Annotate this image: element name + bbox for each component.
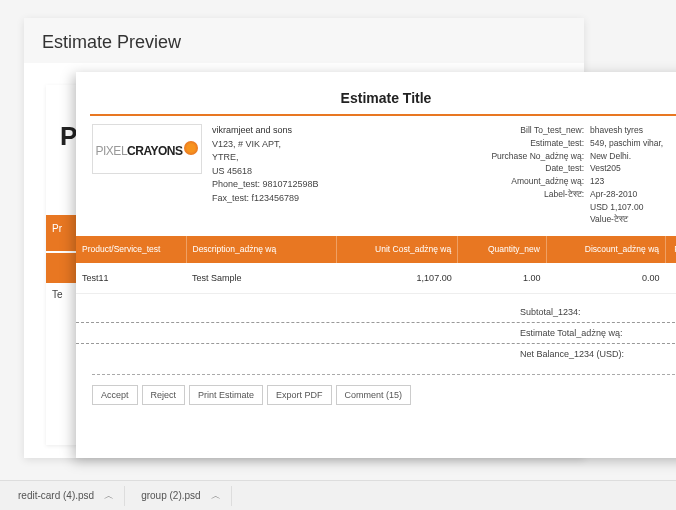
col-header: Quantity_new [458,236,547,263]
meta-value: Vest205 [590,162,676,175]
accept-button[interactable]: Accept [92,385,138,405]
reject-button[interactable]: Reject [142,385,186,405]
meta-label: Bill To_test_new: [372,124,584,137]
chevron-up-icon: ︿ [211,489,221,503]
back-snippet: Pr [52,223,62,234]
download-item[interactable]: redit-card (4).psd ︿ [8,486,125,506]
meta-value: 123 [590,175,676,188]
cell-qty: 1.00 [458,263,547,294]
logo-text-pixel: PIXEL [96,144,128,158]
meta-value: Apr-28-2010 [590,188,676,201]
meta-value: 549, paschim vihar, [590,137,676,150]
table-row: Test11 Test Sample 1,107.00 1.00 0.00 [76,263,676,294]
back-snippet: Te [52,289,63,300]
download-filename: redit-card (4).psd [18,490,94,501]
download-item[interactable]: group (2).psd ︿ [131,486,231,506]
total-label: Net Balance_1234 (USD): [520,349,676,359]
print-button[interactable]: Print Estimate [189,385,263,405]
logo-swirl-icon [184,141,198,155]
total-label: Estimate Total_adżnę wą: [520,328,676,338]
back-logo-initial: P [60,121,77,151]
cell-product: Test11 [76,263,186,294]
back-window-title: Estimate Preview [24,18,584,63]
table-header-row: Product/Service_test Description_adżnę w… [76,236,676,263]
cell-desc: Test Sample [186,263,336,294]
total-label: Subtotal_1234: [520,307,676,317]
cell-price [666,263,677,294]
chevron-up-icon: ︿ [104,489,114,503]
download-filename: group (2).psd [141,490,200,501]
meta-label: Label-टेस्ट: [372,188,584,201]
meta-value: Value-टेस्ट [590,213,676,226]
meta-value: bhavesh tyres [590,124,676,137]
logo-text-crayons: CRAYONS [127,144,182,158]
estimate-document: Estimate Title PIXELCRAYONS vikramjeet a… [76,72,676,458]
cell-disc: 0.00 [546,263,665,294]
col-header: Description_adżnę wą [186,236,336,263]
meta-value: USD 1,107.00 [590,201,676,214]
totals-block: Subtotal_1234: Estimate Total_adżnę wą: … [76,302,676,364]
line-items-table: Product/Service_test Description_adżnę w… [76,236,676,294]
action-bar: Accept Reject Print Estimate Export PDF … [76,375,676,415]
cell-unit: 1,107.00 [336,263,458,294]
meta-label: Amount_adżnę wą: [372,175,584,188]
meta-label: Purchase No_adżnę wą: [372,150,584,163]
meta-label: Date_test: [372,162,584,175]
col-header: Product/Service_test [76,236,186,263]
company-logo: PIXELCRAYONS [92,124,202,174]
estimate-meta: Bill To_test_new: Estimate_test: Purchas… [372,124,676,226]
comment-button[interactable]: Comment (15) [336,385,412,405]
downloads-bar: redit-card (4).psd ︿ group (2).psd ︿ [0,480,676,510]
from-line: US 45618 [212,165,372,179]
col-header: Unit Cost_adżnę wą [336,236,458,263]
col-header: Discount_adżnę wą [546,236,665,263]
from-line: vikramjeet and sons [212,124,372,138]
col-header: Pric [666,236,677,263]
from-address: vikramjeet and sons V123, # VIK APT, YTR… [212,124,372,226]
from-line: YTRE, [212,151,372,165]
from-line: Phone_test: 9810712598B [212,178,372,192]
document-header: PIXELCRAYONS vikramjeet and sons V123, #… [76,116,676,232]
meta-label: Estimate_test: [372,137,584,150]
export-pdf-button[interactable]: Export PDF [267,385,332,405]
from-line: Fax_test: f123456789 [212,192,372,206]
meta-value: New Delhi. [590,150,676,163]
from-line: V123, # VIK APT, [212,138,372,152]
document-title: Estimate Title [76,72,676,114]
